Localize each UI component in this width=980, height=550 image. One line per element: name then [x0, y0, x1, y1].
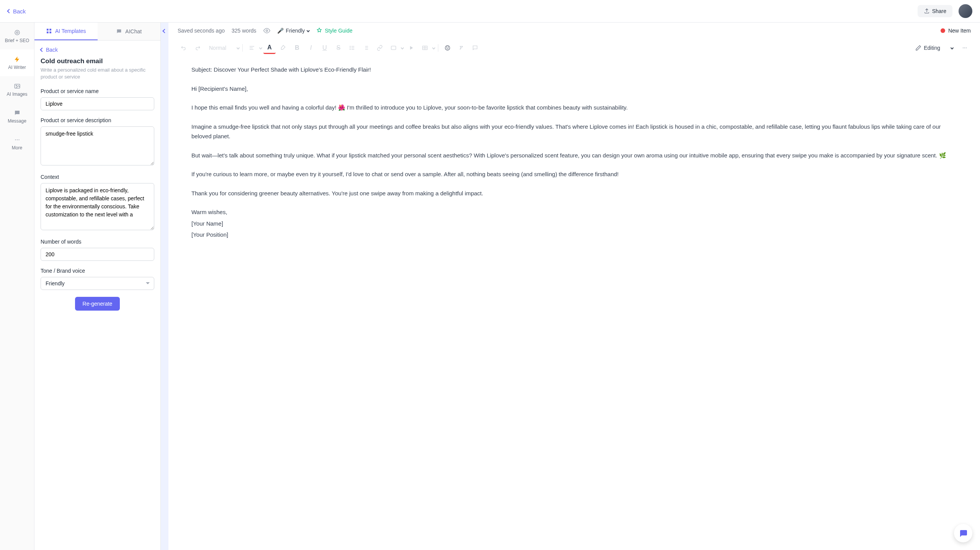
numbered-list-icon [363, 45, 369, 51]
number-words-input[interactable] [41, 248, 154, 261]
image-icon [13, 82, 21, 90]
underline-button[interactable]: U [318, 42, 331, 54]
separator [242, 44, 243, 52]
rail-more[interactable]: More [0, 130, 34, 157]
format-select[interactable]: Normal [205, 43, 235, 53]
product-name-input[interactable] [41, 97, 154, 110]
label-context: Context [41, 174, 154, 180]
editing-mode-select[interactable]: Editing [911, 43, 957, 53]
context-input[interactable]: Liplove is packaged in eco-friendly, com… [41, 183, 154, 230]
top-back-button[interactable]: Back [8, 8, 26, 15]
italic-icon: I [310, 44, 312, 51]
text-color-icon: A [267, 44, 272, 51]
undo-button[interactable] [178, 42, 190, 54]
bullet-list-button[interactable] [346, 42, 358, 54]
tab-ai-templates[interactable]: AI Templates [34, 23, 98, 40]
mic-icon: 🎤 [277, 28, 284, 34]
bold-button[interactable]: B [291, 42, 303, 54]
svg-rect-24 [391, 46, 396, 49]
email-paragraph: Imagine a smudge-free lipstick that not … [191, 122, 957, 141]
new-item-label: New Item [948, 28, 971, 34]
email-paragraph: Thank you for considering greener beauty… [191, 188, 957, 198]
rail-message[interactable]: Message [0, 103, 34, 130]
emoji-icon [444, 45, 451, 51]
svg-point-30 [448, 47, 448, 47]
link-button[interactable] [374, 42, 386, 54]
italic-button[interactable]: I [305, 42, 317, 54]
tab-aichat[interactable]: AIChat [98, 23, 161, 40]
more-options-button[interactable] [959, 42, 971, 54]
svg-point-31 [963, 47, 964, 48]
regenerate-button[interactable]: Re-generate [75, 297, 120, 311]
section-description: Write a personalized cold email about a … [41, 67, 154, 80]
product-description-input[interactable]: smudge-free lipstick [41, 126, 154, 165]
visibility-toggle[interactable] [263, 27, 270, 34]
more-icon [962, 45, 968, 51]
email-paragraph: But wait—let's talk about something trul… [191, 151, 957, 160]
clear-format-button[interactable] [455, 42, 467, 54]
chevron-left-icon [40, 47, 44, 52]
link-icon [377, 45, 383, 51]
pencil-icon [915, 45, 921, 51]
numbered-list-button[interactable] [360, 42, 372, 54]
chevron-down-icon [259, 46, 262, 49]
style-guide-button[interactable]: Style Guide [316, 28, 352, 34]
status-dot-icon [941, 28, 945, 33]
text-color-button[interactable]: A [263, 42, 276, 54]
insert-video-button[interactable] [405, 42, 417, 54]
svg-point-1 [16, 32, 18, 34]
align-button[interactable] [246, 42, 258, 54]
svg-point-32 [964, 47, 965, 48]
editor: Saved seconds ago 325 words 🎤 Friendly S… [168, 23, 980, 550]
highlight-icon [280, 45, 286, 51]
redo-icon [194, 45, 201, 51]
svg-point-29 [446, 47, 447, 47]
avatar[interactable] [959, 4, 972, 18]
chevron-down-icon [237, 46, 240, 49]
insert-table-button[interactable] [419, 42, 431, 54]
separator [438, 44, 438, 52]
check-badge-icon [316, 28, 322, 34]
rail-label: AI Writer [8, 65, 26, 70]
redo-button[interactable] [191, 42, 204, 54]
sidebar: AI Templates AIChat Back Cold outreach e… [34, 23, 161, 550]
emoji-button[interactable] [441, 42, 454, 54]
sidebar-back-button[interactable]: Back [41, 47, 154, 53]
insert-image-button[interactable] [387, 42, 400, 54]
share-button[interactable]: Share [918, 5, 952, 17]
svg-point-11 [266, 30, 268, 32]
label-tone: Tone / Brand voice [41, 268, 154, 274]
highlight-button[interactable] [277, 42, 289, 54]
comment-button[interactable] [469, 42, 481, 54]
email-subject: Subject: Discover Your Perfect Shade wit… [191, 65, 957, 75]
svg-point-28 [445, 46, 450, 50]
play-icon [408, 45, 414, 51]
strikethrough-button[interactable]: S [332, 42, 345, 54]
label-product-name: Product or service name [41, 88, 154, 94]
editing-label: Editing [924, 45, 940, 51]
editor-body[interactable]: Subject: Discover Your Perfect Shade wit… [168, 57, 980, 550]
message-icon [13, 109, 21, 117]
chat-bubble-icon [959, 529, 968, 538]
chat-bubble-button[interactable] [954, 524, 972, 542]
align-icon [249, 45, 255, 51]
svg-point-4 [15, 139, 16, 140]
chevron-left-icon [7, 9, 11, 13]
email-paragraph: I hope this email finds you well and hav… [191, 103, 957, 113]
svg-rect-9 [47, 31, 49, 33]
tone-select[interactable]: Friendly [41, 277, 154, 290]
rail-ai-writer[interactable]: AI Writer [0, 49, 34, 76]
sidebar-back-label: Back [46, 47, 58, 53]
rail-label: More [12, 145, 22, 151]
word-count: 325 words [232, 28, 256, 34]
underline-icon: U [322, 44, 327, 51]
label-number-words: Number of words [41, 239, 154, 245]
tone-indicator[interactable]: 🎤 Friendly [277, 28, 310, 34]
collapse-sidebar-button[interactable] [161, 23, 168, 550]
rail-brief-seo[interactable]: Brief + SEO [0, 23, 34, 49]
new-item-indicator[interactable]: New Item [941, 28, 971, 34]
clear-format-icon [458, 45, 464, 51]
chevron-left-icon [162, 29, 167, 33]
rail-ai-images[interactable]: AI Images [0, 76, 34, 103]
top-back-label: Back [13, 8, 26, 15]
